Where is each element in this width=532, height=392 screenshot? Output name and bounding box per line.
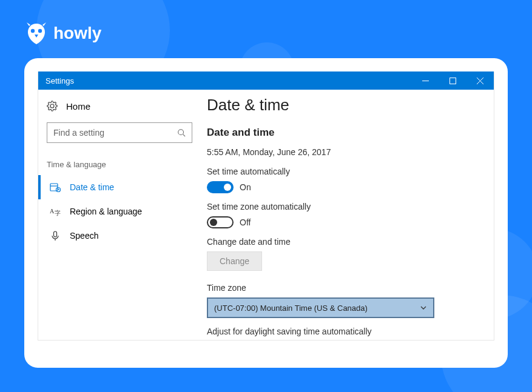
owl-icon	[24, 21, 49, 45]
settings-window: Settings Home Find a setting	[38, 71, 494, 341]
nav-region-language[interactable]: A字 Region & language	[38, 199, 201, 224]
change-dt-label: Change date and time	[207, 237, 476, 247]
svg-rect-3	[450, 78, 456, 84]
chevron-down-icon	[420, 304, 427, 311]
svg-text:字: 字	[55, 210, 61, 216]
home-label: Home	[66, 101, 90, 111]
close-button[interactable]	[466, 71, 494, 90]
content-panel: Date & time Date and time 5:55 AM, Monda…	[201, 90, 494, 340]
home-nav[interactable]: Home	[38, 98, 201, 119]
set-tz-auto-toggle[interactable]: Off	[207, 216, 476, 228]
section-title: Date and time	[207, 127, 476, 139]
date-time-icon	[49, 181, 61, 193]
svg-text:A: A	[50, 208, 55, 214]
svg-point-1	[38, 29, 42, 33]
timezone-dropdown[interactable]: (UTC-07:00) Mountain Time (US & Canada)	[207, 297, 434, 318]
search-input[interactable]: Find a setting	[47, 122, 192, 143]
nav-item-label: Date & time	[70, 182, 114, 192]
nav-item-label: Region & language	[70, 207, 142, 216]
screenshot-frame: Settings Home Find a setting	[24, 58, 508, 368]
svg-point-6	[178, 130, 184, 135]
nav-item-label: Speech	[70, 231, 98, 241]
gear-icon	[47, 101, 58, 111]
section-label: Time & language	[38, 154, 201, 175]
page-title: Date & time	[207, 96, 476, 115]
minimize-button[interactable]	[412, 71, 439, 90]
minimize-icon	[422, 78, 429, 84]
timezone-label: Time zone	[207, 283, 476, 293]
svg-rect-8	[50, 184, 58, 191]
brand-name: howly	[53, 24, 101, 43]
dst-label: Adjust for daylight saving time automati…	[207, 327, 476, 336]
set-tz-auto-label: Set time zone automatically	[207, 202, 476, 211]
nav-speech[interactable]: Speech	[38, 224, 201, 248]
search-placeholder: Find a setting	[53, 128, 177, 138]
svg-point-0	[31, 29, 35, 33]
timezone-value: (UTC-07:00) Mountain Time (US & Canada)	[214, 304, 420, 313]
search-icon	[177, 128, 186, 137]
speech-icon	[49, 230, 61, 242]
current-datetime-text: 5:55 AM, Monday, June 26, 2017	[207, 147, 476, 157]
set-time-auto-toggle[interactable]: On	[207, 181, 476, 193]
howly-logo: howly	[24, 21, 101, 45]
svg-line-7	[183, 135, 186, 137]
window-title: Settings	[45, 76, 412, 85]
nav-date-time[interactable]: Date & time	[38, 175, 201, 199]
change-button: Change	[207, 251, 262, 271]
toggle-state: On	[240, 182, 251, 192]
svg-rect-15	[54, 231, 57, 237]
region-language-icon: A字	[49, 205, 61, 218]
set-time-auto-label: Set time automatically	[207, 167, 476, 176]
close-icon	[477, 78, 483, 84]
sidebar: Home Find a setting Time & language Date…	[38, 90, 201, 340]
maximize-icon	[450, 78, 456, 84]
titlebar: Settings	[38, 71, 494, 90]
maximize-button[interactable]	[439, 71, 466, 90]
toggle-state: Off	[240, 218, 251, 227]
